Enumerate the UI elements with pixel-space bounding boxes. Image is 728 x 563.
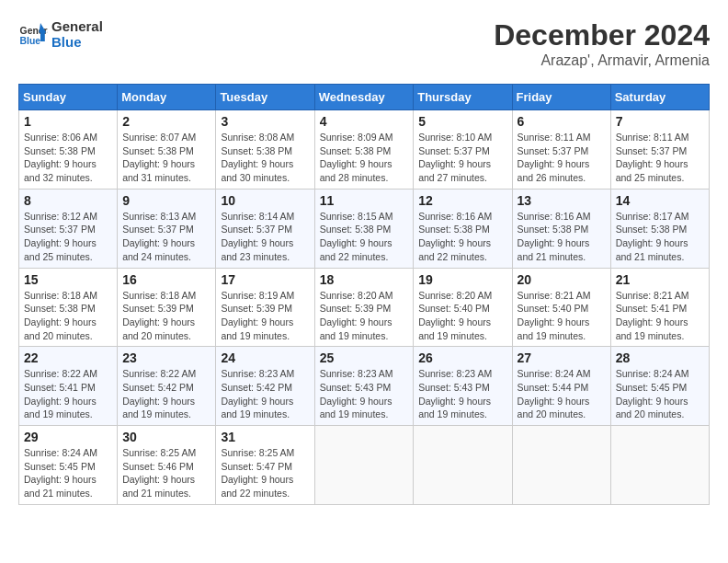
weekday-header-monday: Monday [118,85,216,110]
day-number: 3 [221,114,309,129]
day-number: 6 [518,114,606,129]
day-number: 19 [418,272,506,287]
day-cell-29: 29 Sunrise: 8:24 AMSunset: 5:45 PMDaylig… [19,426,118,505]
weekday-header-thursday: Thursday [414,85,512,110]
day-info: Sunrise: 8:13 AMSunset: 5:37 PMDaylight:… [122,211,196,262]
logo-line2: Blue [51,34,103,50]
empty-cell [414,426,512,505]
day-info: Sunrise: 8:16 AMSunset: 5:38 PMDaylight:… [518,211,591,262]
day-info: Sunrise: 8:20 AMSunset: 5:40 PMDaylight:… [418,290,492,341]
day-info: Sunrise: 8:10 AMSunset: 5:37 PMDaylight:… [418,132,492,183]
day-cell-25: 25 Sunrise: 8:23 AMSunset: 5:43 PMDaylig… [314,347,414,426]
day-cell-17: 17 Sunrise: 8:19 AMSunset: 5:39 PMDaylig… [216,268,314,347]
day-info: Sunrise: 8:08 AMSunset: 5:38 PMDaylight:… [221,132,294,183]
week-row-2: 8 Sunrise: 8:12 AMSunset: 5:37 PMDayligh… [19,189,710,268]
day-info: Sunrise: 8:07 AMSunset: 5:38 PMDaylight:… [122,132,196,183]
day-cell-30: 30 Sunrise: 8:25 AMSunset: 5:46 PMDaylig… [118,426,216,505]
day-number: 7 [616,114,704,129]
day-number: 12 [418,193,506,208]
day-cell-27: 27 Sunrise: 8:24 AMSunset: 5:44 PMDaylig… [512,347,610,426]
day-info: Sunrise: 8:18 AMSunset: 5:39 PMDaylight:… [122,290,196,341]
day-number: 15 [24,272,112,287]
day-cell-24: 24 Sunrise: 8:23 AMSunset: 5:42 PMDaylig… [216,347,314,426]
day-cell-31: 31 Sunrise: 8:25 AMSunset: 5:47 PMDaylig… [216,426,314,505]
day-info: Sunrise: 8:24 AMSunset: 5:44 PMDaylight:… [518,368,591,419]
day-info: Sunrise: 8:15 AMSunset: 5:38 PMDaylight:… [320,211,393,262]
day-info: Sunrise: 8:14 AMSunset: 5:37 PMDaylight:… [221,211,294,262]
day-info: Sunrise: 8:19 AMSunset: 5:39 PMDaylight:… [221,290,294,341]
day-info: Sunrise: 8:21 AMSunset: 5:40 PMDaylight:… [518,290,591,341]
day-number: 24 [221,350,309,365]
day-number: 16 [122,272,210,287]
empty-cell [314,426,414,505]
day-number: 10 [221,193,309,208]
page-subtitle: Arazap', Armavir, Armenia [494,52,710,69]
day-info: Sunrise: 8:24 AMSunset: 5:45 PMDaylight:… [616,368,689,419]
day-info: Sunrise: 8:25 AMSunset: 5:46 PMDaylight:… [122,447,196,499]
weekday-header-row: SundayMondayTuesdayWednesdayThursdayFrid… [19,85,710,110]
day-number: 8 [24,193,112,208]
day-info: Sunrise: 8:20 AMSunset: 5:39 PMDaylight:… [320,290,393,341]
day-info: Sunrise: 8:23 AMSunset: 5:42 PMDaylight:… [221,368,294,419]
logo-line1: General [51,18,103,34]
weekday-header-wednesday: Wednesday [314,85,414,110]
logo-icon: General Blue [18,19,48,49]
day-info: Sunrise: 8:25 AMSunset: 5:47 PMDaylight:… [221,447,294,499]
day-info: Sunrise: 8:09 AMSunset: 5:38 PMDaylight:… [320,132,393,183]
day-cell-21: 21 Sunrise: 8:21 AMSunset: 5:41 PMDaylig… [610,268,709,347]
day-cell-2: 2 Sunrise: 8:07 AMSunset: 5:38 PMDayligh… [118,110,216,190]
day-number: 4 [320,114,409,129]
day-cell-13: 13 Sunrise: 8:16 AMSunset: 5:38 PMDaylig… [512,189,610,268]
day-cell-15: 15 Sunrise: 8:18 AMSunset: 5:38 PMDaylig… [19,268,118,347]
day-cell-14: 14 Sunrise: 8:17 AMSunset: 5:38 PMDaylig… [610,189,709,268]
day-number: 13 [518,193,606,208]
weekday-header-tuesday: Tuesday [216,85,314,110]
day-number: 11 [320,193,409,208]
day-info: Sunrise: 8:18 AMSunset: 5:38 PMDaylight:… [24,290,97,341]
day-cell-23: 23 Sunrise: 8:22 AMSunset: 5:42 PMDaylig… [118,347,216,426]
day-number: 14 [616,193,704,208]
day-number: 30 [122,430,210,444]
day-cell-26: 26 Sunrise: 8:23 AMSunset: 5:43 PMDaylig… [414,347,512,426]
day-info: Sunrise: 8:16 AMSunset: 5:38 PMDaylight:… [418,211,492,262]
day-cell-1: 1 Sunrise: 8:06 AMSunset: 5:38 PMDayligh… [19,110,118,190]
day-cell-7: 7 Sunrise: 8:11 AMSunset: 5:37 PMDayligh… [610,110,709,190]
page-header: General Blue General Blue December 2024 … [18,18,710,69]
day-number: 22 [24,350,112,365]
day-cell-16: 16 Sunrise: 8:18 AMSunset: 5:39 PMDaylig… [118,268,216,347]
day-number: 28 [616,350,704,365]
day-cell-4: 4 Sunrise: 8:09 AMSunset: 5:38 PMDayligh… [314,110,414,190]
day-cell-9: 9 Sunrise: 8:13 AMSunset: 5:37 PMDayligh… [118,189,216,268]
day-number: 29 [24,430,112,444]
empty-cell [512,426,610,505]
day-cell-5: 5 Sunrise: 8:10 AMSunset: 5:37 PMDayligh… [414,110,512,190]
day-cell-10: 10 Sunrise: 8:14 AMSunset: 5:37 PMDaylig… [216,189,314,268]
day-number: 2 [122,114,210,129]
day-cell-8: 8 Sunrise: 8:12 AMSunset: 5:37 PMDayligh… [19,189,118,268]
title-block: December 2024 Arazap', Armavir, Armenia [494,18,710,69]
day-info: Sunrise: 8:06 AMSunset: 5:38 PMDaylight:… [24,132,97,183]
day-number: 31 [221,430,309,444]
logo: General Blue General Blue [18,18,103,50]
day-cell-12: 12 Sunrise: 8:16 AMSunset: 5:38 PMDaylig… [414,189,512,268]
day-number: 5 [418,114,506,129]
empty-cell [610,426,709,505]
week-row-1: 1 Sunrise: 8:06 AMSunset: 5:38 PMDayligh… [19,110,710,190]
week-row-3: 15 Sunrise: 8:18 AMSunset: 5:38 PMDaylig… [19,268,710,347]
day-cell-28: 28 Sunrise: 8:24 AMSunset: 5:45 PMDaylig… [610,347,709,426]
day-number: 18 [320,272,409,287]
day-number: 26 [418,350,506,365]
day-info: Sunrise: 8:23 AMSunset: 5:43 PMDaylight:… [320,368,393,419]
day-info: Sunrise: 8:17 AMSunset: 5:38 PMDaylight:… [616,211,689,262]
day-info: Sunrise: 8:21 AMSunset: 5:41 PMDaylight:… [616,290,689,341]
week-row-4: 22 Sunrise: 8:22 AMSunset: 5:41 PMDaylig… [19,347,710,426]
day-number: 9 [122,193,210,208]
svg-text:Blue: Blue [20,36,41,46]
weekday-header-friday: Friday [512,85,610,110]
day-cell-3: 3 Sunrise: 8:08 AMSunset: 5:38 PMDayligh… [216,110,314,190]
day-info: Sunrise: 8:22 AMSunset: 5:41 PMDaylight:… [24,368,97,419]
page-title: December 2024 [494,18,710,52]
calendar-table: SundayMondayTuesdayWednesdayThursdayFrid… [18,84,710,505]
day-number: 25 [320,350,409,365]
day-number: 21 [616,272,704,287]
